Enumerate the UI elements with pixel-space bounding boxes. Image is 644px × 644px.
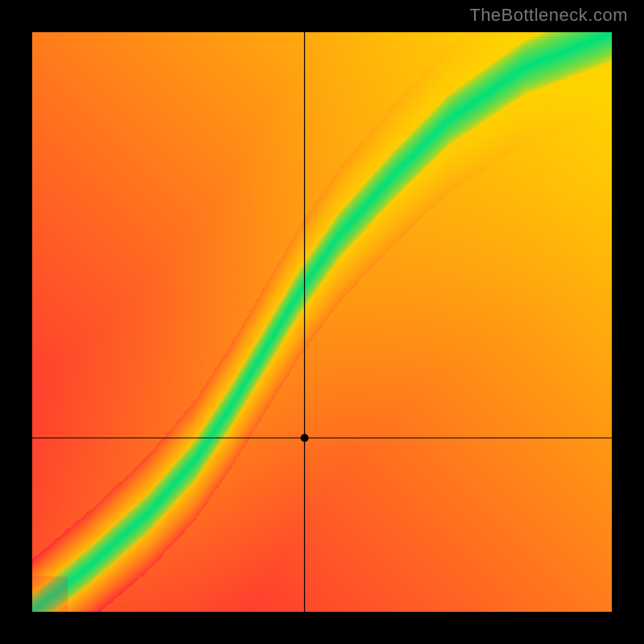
- heatmap-plot: [32, 32, 612, 612]
- heatmap-canvas: [32, 32, 612, 612]
- watermark-text: TheBottleneck.com: [469, 5, 628, 26]
- chart-container: TheBottleneck.com: [0, 0, 644, 644]
